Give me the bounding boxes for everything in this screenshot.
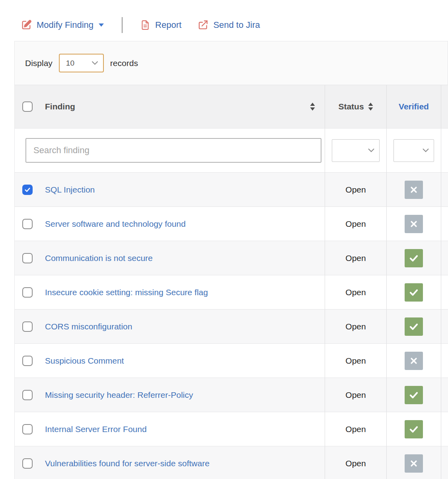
verified-filter-select[interactable] <box>393 139 434 162</box>
verified-badge[interactable] <box>405 352 423 370</box>
x-icon <box>410 186 418 194</box>
status-value: Open <box>345 390 366 400</box>
table-row: Server software and technology found Ope… <box>15 207 448 241</box>
finding-link[interactable]: Server software and technology found <box>45 219 186 229</box>
row-checkbox[interactable] <box>22 390 33 400</box>
status-value: Open <box>345 185 366 195</box>
row-checkbox[interactable] <box>22 356 33 366</box>
column-header-extra <box>441 85 448 128</box>
records-label: records <box>110 58 138 68</box>
status-header-label: Status <box>338 102 364 111</box>
row-checkbox[interactable] <box>22 253 33 263</box>
toolbar-divider <box>122 17 123 33</box>
status-value: Open <box>345 459 366 468</box>
row-checkbox[interactable] <box>22 185 33 195</box>
findings-table: Finding Status Verified <box>14 85 448 479</box>
finding-link[interactable]: Suspicious Comment <box>45 356 124 366</box>
sort-icon[interactable] <box>310 103 315 111</box>
verified-header-label: Verified <box>399 102 429 111</box>
row-checkbox[interactable] <box>22 219 33 229</box>
status-value: Open <box>345 288 366 297</box>
edit-icon <box>21 19 32 31</box>
table-row: Missing security header: Referrer-Policy… <box>15 378 448 412</box>
send-to-jira-icon <box>197 19 208 31</box>
sort-icon[interactable] <box>368 103 373 111</box>
status-value: Open <box>345 253 366 263</box>
chevron-down-icon <box>423 148 429 152</box>
column-header-status[interactable]: Status <box>325 85 386 128</box>
row-checkbox[interactable] <box>22 424 33 434</box>
select-all-checkbox[interactable] <box>22 101 33 112</box>
table-row: Insecure cookie setting: missing Secure … <box>15 275 448 310</box>
table-row: Vulnerabilities found for server-side so… <box>15 446 448 479</box>
status-value: Open <box>345 322 366 331</box>
send-to-jira-button[interactable]: Send to Jira <box>197 19 260 31</box>
row-checkbox[interactable] <box>22 287 33 298</box>
table-body: SQL Injection Open Se <box>15 173 448 479</box>
table-row: Communication is not secure Open <box>15 241 448 275</box>
send-to-jira-label: Send to Jira <box>213 20 260 30</box>
finding-link[interactable]: SQL Injection <box>45 185 95 195</box>
verified-badge[interactable] <box>405 249 423 267</box>
records-per-page-select[interactable]: 10 <box>59 54 104 72</box>
row-checkbox[interactable] <box>22 321 33 332</box>
check-icon <box>408 286 420 298</box>
display-records-bar: Display 10 records <box>14 41 448 85</box>
verified-badge[interactable] <box>405 317 423 336</box>
status-value: Open <box>345 356 366 366</box>
table-row: CORS misconfiguration Open <box>15 310 448 344</box>
modify-finding-button[interactable]: Modify Finding <box>21 19 104 31</box>
caret-down-icon <box>98 23 104 27</box>
verified-badge[interactable] <box>405 454 423 473</box>
finding-header-label: Finding <box>45 102 75 111</box>
chevron-down-icon <box>368 148 374 152</box>
finding-link[interactable]: Missing security header: Referrer-Policy <box>45 390 193 400</box>
report-label: Report <box>155 20 181 30</box>
finding-link[interactable]: Vulnerabilities found for server-side so… <box>45 459 210 468</box>
status-filter-select[interactable] <box>332 139 380 162</box>
check-icon <box>408 321 420 333</box>
table-header-row: Finding Status Verified <box>15 85 448 129</box>
finding-link[interactable]: CORS misconfiguration <box>45 322 132 331</box>
records-per-page-value: 10 <box>66 59 74 68</box>
verified-badge[interactable] <box>405 420 423 438</box>
x-icon <box>410 357 418 365</box>
x-icon <box>410 460 418 467</box>
finding-link[interactable]: Internal Server Error Found <box>45 424 147 434</box>
verified-badge[interactable] <box>405 215 423 233</box>
verified-badge[interactable] <box>405 386 423 404</box>
table-row: SQL Injection Open <box>15 173 448 207</box>
verified-badge[interactable] <box>405 181 423 199</box>
column-header-verified[interactable]: Verified <box>386 85 441 128</box>
toolbar: Modify Finding Report Send <box>21 16 448 34</box>
x-icon <box>410 220 418 228</box>
column-header-finding[interactable]: Finding <box>40 85 325 128</box>
check-icon <box>408 423 420 435</box>
findings-panel: Display 10 records Finding <box>14 41 448 479</box>
table-row: Internal Server Error Found Open <box>15 412 448 446</box>
table-filter-row <box>15 129 448 173</box>
status-value: Open <box>345 424 366 434</box>
check-icon <box>408 252 420 264</box>
row-checkbox[interactable] <box>22 458 33 469</box>
check-icon <box>408 389 420 401</box>
finding-link[interactable]: Communication is not secure <box>45 253 153 263</box>
status-value: Open <box>345 219 366 229</box>
display-label: Display <box>25 58 53 68</box>
report-button[interactable]: Report <box>140 20 181 30</box>
report-icon <box>140 20 150 30</box>
table-row: Suspicious Comment Open <box>15 344 448 378</box>
search-finding-input[interactable] <box>25 138 321 163</box>
finding-link[interactable]: Insecure cookie setting: missing Secure … <box>45 288 208 297</box>
modify-finding-label: Modify Finding <box>37 20 93 30</box>
verified-badge[interactable] <box>405 283 423 302</box>
chevron-down-icon <box>92 61 98 65</box>
